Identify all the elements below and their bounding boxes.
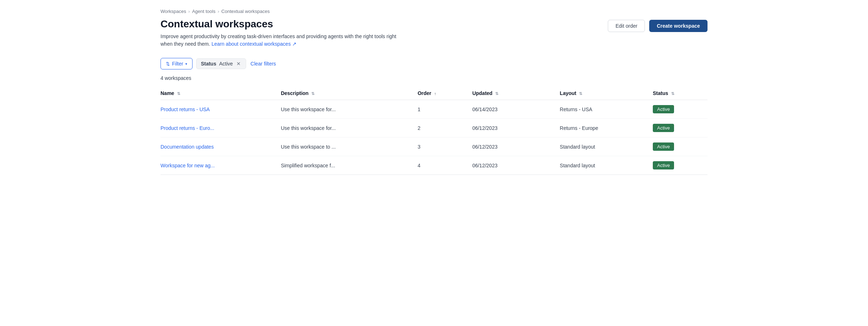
cell-description-0: Use this workspace for... (281, 100, 417, 119)
filter-button-label: Filter (172, 61, 183, 67)
page-title: Contextual workspaces (161, 18, 405, 30)
cell-order-1: 2 (417, 119, 472, 137)
workspace-count: 4 workspaces (161, 75, 707, 81)
header-left: Contextual workspaces Improve agent prod… (161, 18, 405, 48)
table-header-row: Name ⇅ Description ⇅ Order ↑ Updated ⇅ (161, 87, 707, 100)
filter-tag-remove-button[interactable]: ✕ (236, 61, 241, 66)
cell-description-1: Use this workspace for... (281, 119, 417, 137)
breadcrumb-sep-2: › (218, 9, 219, 14)
cell-name-3: Workspace for new ag... (161, 156, 281, 175)
cell-description-3: Simplified workspace f... (281, 156, 417, 175)
cell-description-2: Use this workspace to ... (281, 137, 417, 156)
breadcrumb-current: Contextual workspaces (221, 9, 270, 14)
cell-name-2: Documentation updates (161, 137, 281, 156)
breadcrumb-sep-1: › (188, 9, 190, 14)
status-badge-3: Active (653, 161, 674, 169)
sort-icon-description: ⇅ (311, 91, 315, 96)
table-row: Workspace for new ag... Simplified works… (161, 156, 707, 175)
cell-layout-2: Standard layout (560, 137, 653, 156)
cell-updated-1: 06/12/2023 (472, 119, 560, 137)
chevron-down-icon: ▾ (185, 62, 187, 66)
page-header: Contextual workspaces Improve agent prod… (161, 18, 707, 48)
table-row: Product returns - USA Use this workspace… (161, 100, 707, 119)
cell-status-3: Active (653, 156, 707, 175)
page-description: Improve agent productivity by creating t… (161, 33, 405, 48)
learn-link[interactable]: Learn about contextual workspaces ↗ (212, 41, 297, 47)
cell-status-1: Active (653, 119, 707, 137)
cell-layout-0: Returns - USA (560, 100, 653, 119)
sort-icon-order: ↑ (434, 91, 436, 96)
col-header-order[interactable]: Order ↑ (417, 87, 472, 100)
breadcrumb-agent-tools[interactable]: Agent tools (192, 9, 216, 14)
filter-bar: ⇅ Filter ▾ Status Active ✕ Clear filters (161, 58, 707, 69)
col-header-status[interactable]: Status ⇅ (653, 87, 707, 100)
table-row: Product returns - Euro... Use this works… (161, 119, 707, 137)
workspace-link-3[interactable]: Workspace for new ag... (161, 163, 215, 168)
cell-layout-1: Returns - Europe (560, 119, 653, 137)
create-workspace-button[interactable]: Create workspace (649, 20, 707, 32)
cell-updated-3: 06/12/2023 (472, 156, 560, 175)
clear-filters-button[interactable]: Clear filters (250, 59, 277, 69)
status-badge-2: Active (653, 142, 674, 151)
status-badge-0: Active (653, 105, 674, 113)
sort-icon-status: ⇅ (671, 91, 674, 96)
cell-name-0: Product returns - USA (161, 100, 281, 119)
breadcrumb: Workspaces › Agent tools › Contextual wo… (161, 9, 707, 14)
table-row: Documentation updates Use this workspace… (161, 137, 707, 156)
sort-icon-updated: ⇅ (495, 91, 498, 96)
filter-button[interactable]: ⇅ Filter ▾ (161, 58, 193, 69)
col-header-name[interactable]: Name ⇅ (161, 87, 281, 100)
filter-tag-status: Status Active ✕ (196, 58, 246, 69)
cell-updated-0: 06/14/2023 (472, 100, 560, 119)
workspace-link-1[interactable]: Product returns - Euro... (161, 125, 214, 131)
header-actions: Edit order Create workspace (608, 20, 707, 32)
sort-icon-layout: ⇅ (579, 91, 582, 96)
workspace-link-2[interactable]: Documentation updates (161, 144, 214, 150)
filter-tag-value: Active (219, 61, 233, 67)
col-header-updated[interactable]: Updated ⇅ (472, 87, 560, 100)
cell-order-0: 1 (417, 100, 472, 119)
col-header-layout[interactable]: Layout ⇅ (560, 87, 653, 100)
cell-name-1: Product returns - Euro... (161, 119, 281, 137)
breadcrumb-workspaces[interactable]: Workspaces (161, 9, 186, 14)
col-header-description[interactable]: Description ⇅ (281, 87, 417, 100)
cell-order-3: 4 (417, 156, 472, 175)
cell-status-0: Active (653, 100, 707, 119)
workspace-link-0[interactable]: Product returns - USA (161, 107, 210, 112)
cell-order-2: 3 (417, 137, 472, 156)
cell-status-2: Active (653, 137, 707, 156)
filter-icon: ⇅ (166, 61, 170, 67)
cell-updated-2: 06/12/2023 (472, 137, 560, 156)
cell-layout-3: Standard layout (560, 156, 653, 175)
sort-icon-name: ⇅ (177, 91, 180, 96)
workspaces-table: Name ⇅ Description ⇅ Order ↑ Updated ⇅ (161, 87, 707, 175)
filter-tag-label: Status (201, 61, 216, 67)
edit-order-button[interactable]: Edit order (608, 20, 645, 32)
status-badge-1: Active (653, 124, 674, 132)
